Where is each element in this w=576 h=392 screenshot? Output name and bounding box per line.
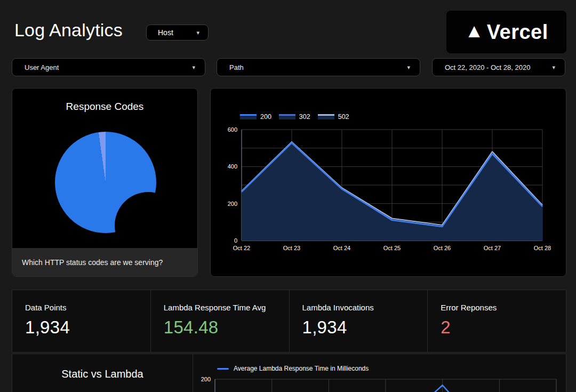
- stat-value: 154.48: [164, 317, 289, 338]
- page-title: Log Analytics: [14, 20, 123, 41]
- svg-text:Oct 28: Oct 28: [534, 245, 551, 251]
- stat-value: 1,934: [302, 317, 428, 338]
- static-vs-lambda-title: Static vs Lambda: [12, 368, 193, 380]
- stat-label: Error Reponses: [441, 303, 566, 312]
- host-dropdown[interactable]: Host ▾: [146, 25, 209, 41]
- host-dropdown-label: Host: [158, 28, 173, 37]
- response-codes-title: Response Codes: [12, 89, 197, 113]
- path-dropdown[interactable]: Path ▾: [217, 58, 420, 76]
- svg-text:Oct 27: Oct 27: [484, 245, 501, 251]
- stat-label: Lambda Response Time Avg: [164, 303, 289, 312]
- svg-text:0: 0: [234, 237, 237, 244]
- path-dropdown-label: Path: [229, 63, 244, 71]
- static-vs-lambda-panel: Static vs Lambda: [12, 354, 193, 392]
- svg-text:Oct 25: Oct 25: [383, 245, 401, 251]
- stat-value: 2: [441, 317, 566, 338]
- chevron-down-icon: ▾: [552, 65, 555, 70]
- svg-text:Oct 26: Oct 26: [434, 245, 451, 251]
- stat-value: 1,934: [25, 317, 150, 338]
- user-agent-dropdown[interactable]: User Agent ▾: [12, 58, 205, 76]
- stat-data-points: Data Points 1,934: [12, 290, 151, 352]
- svg-text:Oct 23: Oct 23: [283, 245, 300, 251]
- stat-error-responses: Error Reponses 2: [428, 290, 566, 352]
- stat-label: Data Points: [25, 303, 150, 312]
- stats-row: Data Points 1,934 Lambda Response Time A…: [12, 290, 566, 353]
- stat-lambda-invocations: Lambda Invocations 1,934: [290, 290, 428, 352]
- svg-text:Oct 24: Oct 24: [333, 245, 350, 251]
- stat-lambda-response-time-avg: Lambda Response Time Avg 154.48: [151, 290, 290, 352]
- vercel-logo-text: Vercel: [487, 21, 548, 44]
- response-codes-caption: Which HTTP status codes are we serving?: [12, 248, 197, 276]
- status-codes-area-chart: 0200400600Oct 22Oct 23Oct 24Oct 25Oct 26…: [211, 89, 567, 277]
- chevron-down-icon: ▾: [192, 65, 195, 70]
- svg-text:600: 600: [228, 126, 237, 133]
- chevron-down-icon: ▾: [196, 30, 199, 36]
- avg-lambda-line-chart: [193, 354, 567, 392]
- vercel-logo: ▲ Vercel: [446, 11, 566, 53]
- vercel-triangle-icon: ▲: [465, 21, 484, 41]
- svg-text:Oct 22: Oct 22: [233, 245, 250, 251]
- date-range-label: Oct 22, 2020 - Oct 28, 2020: [445, 63, 530, 71]
- bottom-row: Static vs Lambda Average Lambda Response…: [12, 354, 566, 392]
- log-analytics-dashboard: Log Analytics Host ▾ ▲ Vercel User Agent…: [0, 0, 576, 392]
- status-codes-chart-panel: 200 302 502 0200400600Oct 22Oct 23Oct 24…: [210, 88, 566, 277]
- svg-text:200: 200: [228, 201, 237, 207]
- response-codes-panel: Response Codes Which HTTP status codes a…: [12, 88, 198, 277]
- date-range-dropdown[interactable]: Oct 22, 2020 - Oct 28, 2020 ▾: [432, 58, 565, 76]
- avg-lambda-response-chart-panel: Average Lambda Response Time in Millieco…: [193, 354, 566, 392]
- stat-label: Lambda Invocations: [302, 303, 428, 312]
- response-codes-donut-chart: [55, 132, 156, 233]
- user-agent-dropdown-label: User Agent: [25, 63, 59, 71]
- svg-text:400: 400: [228, 163, 237, 170]
- chevron-down-icon: ▾: [407, 65, 410, 70]
